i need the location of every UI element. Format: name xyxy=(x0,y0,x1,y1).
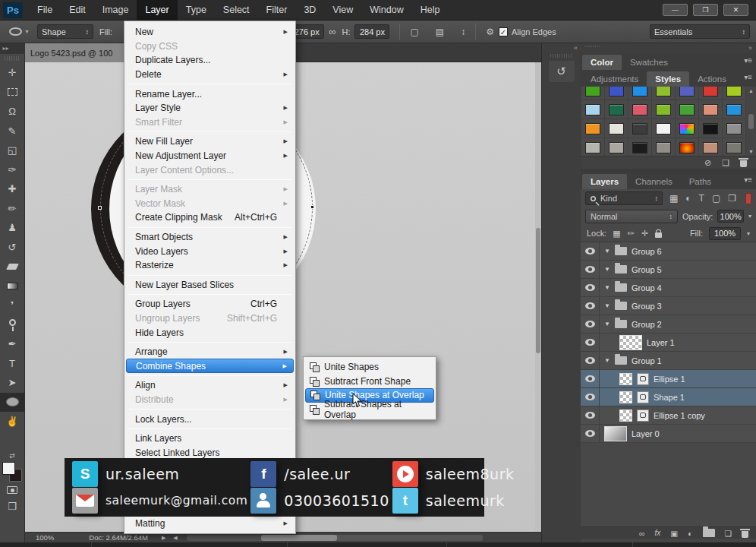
filter-smart-object-icon[interactable]: ❒ xyxy=(728,193,736,204)
style-swatch[interactable] xyxy=(628,100,652,119)
style-swatch[interactable] xyxy=(652,100,676,119)
layer-row-group-2[interactable]: ▼Group 2 xyxy=(581,315,756,334)
filter-shape-icon[interactable]: ▢ xyxy=(712,193,720,204)
expander-icon[interactable]: ▼ xyxy=(604,321,610,327)
style-swatch[interactable] xyxy=(628,119,652,138)
type-tool[interactable]: T xyxy=(0,354,25,374)
menu-item-new-adjustment-layer[interactable]: New Adjustment Layer▶ xyxy=(126,149,294,163)
dock-grip[interactable] xyxy=(550,54,573,58)
new-shape-layer-icon[interactable]: ▢ xyxy=(405,27,423,37)
menu-item-layer-style[interactable]: Layer Style▶ xyxy=(126,101,294,115)
path-anchor[interactable] xyxy=(310,205,314,209)
eye-icon[interactable] xyxy=(585,394,595,400)
crop-tool[interactable]: ◱ xyxy=(0,141,25,160)
expander-icon[interactable]: ▼ xyxy=(604,302,610,309)
lock-paint-icon[interactable]: ✏ xyxy=(628,229,635,239)
filter-adjustment-icon[interactable]: ◐ xyxy=(685,193,691,204)
tab-layers[interactable]: Layers xyxy=(582,174,627,189)
vector-mask-thumbnail[interactable] xyxy=(637,409,649,422)
menu-item-rename-layer[interactable]: Rename Layer... xyxy=(126,87,294,101)
menubar-item-select[interactable]: Select xyxy=(215,0,258,21)
menu-item-rasterize[interactable]: Rasterize▶ xyxy=(126,258,294,273)
expander-icon[interactable]: ▼ xyxy=(604,266,610,273)
style-swatch[interactable] xyxy=(676,119,699,138)
style-swatch[interactable] xyxy=(581,100,605,119)
visibility-cell[interactable] xyxy=(581,334,600,351)
dock-collapse-arrows[interactable]: » xyxy=(748,43,752,53)
layer-row-group-3[interactable]: ▼Group 3 xyxy=(581,297,756,315)
new-style-icon[interactable]: ❏ xyxy=(722,158,729,168)
style-swatch[interactable] xyxy=(676,138,699,156)
eye-icon[interactable] xyxy=(585,266,595,273)
eye-icon[interactable] xyxy=(585,302,595,309)
style-swatch[interactable] xyxy=(581,87,605,100)
visibility-cell[interactable] xyxy=(581,388,600,406)
panel-grip[interactable]: '''''''' xyxy=(584,43,601,53)
healing-brush-tool[interactable]: ✚ xyxy=(0,179,25,199)
clear-icon[interactable]: ⊘ xyxy=(704,158,711,168)
menubar-item-file[interactable]: File xyxy=(29,0,61,21)
eye-icon[interactable] xyxy=(585,375,595,382)
tab-paths[interactable]: Paths xyxy=(681,174,720,189)
tab-channels[interactable]: Channels xyxy=(627,174,681,189)
lock-transparency-icon[interactable]: ▦ xyxy=(613,229,620,239)
visibility-cell[interactable] xyxy=(581,370,600,387)
align-edges-checkbox[interactable]: ✓ xyxy=(499,27,508,36)
document-tab[interactable]: Logo 5423.psd @ 100 xyxy=(25,43,131,62)
tab-adjustments[interactable]: Adjustments xyxy=(582,71,647,87)
menu-item-hide-layers[interactable]: Hide Layers xyxy=(126,325,294,340)
layer-thumbnail[interactable] xyxy=(619,409,632,422)
menubar-item-image[interactable]: Image xyxy=(94,0,137,21)
menubar-item-view[interactable]: View xyxy=(324,0,361,21)
submenu-item-unite-shapes[interactable]: Unite Shapes xyxy=(305,360,434,375)
workspace-select[interactable]: Essentials ↕ xyxy=(650,24,750,39)
menubar-item-type[interactable]: Type xyxy=(178,0,215,21)
visibility-cell[interactable] xyxy=(581,279,600,296)
style-swatch[interactable] xyxy=(699,138,723,156)
eyedropper-tool[interactable]: ✑ xyxy=(0,160,25,180)
submenu-item-subtract-front-shape[interactable]: Subtract Front Shape xyxy=(305,375,434,389)
blur-tool[interactable]: ❜ xyxy=(0,296,25,315)
style-swatch[interactable] xyxy=(723,87,746,100)
menu-item-group-layers[interactable]: Group LayersCtrl+G xyxy=(126,297,294,311)
clone-stamp-tool[interactable]: ♟ xyxy=(0,218,25,238)
eye-icon[interactable] xyxy=(585,430,595,437)
toolbox-collapse[interactable]: ▸▸ xyxy=(0,43,25,54)
style-swatch[interactable] xyxy=(699,119,723,138)
screen-mode-button[interactable]: ❒ xyxy=(0,498,25,514)
menu-item-new[interactable]: New▶ xyxy=(126,25,294,40)
eraser-tool[interactable] xyxy=(0,257,25,277)
kind-filter-select[interactable]: Kind ↕ xyxy=(585,191,663,205)
trash-icon[interactable] xyxy=(742,531,748,538)
visibility-cell[interactable] xyxy=(581,352,600,369)
swap-colors-icon[interactable]: ⇄ xyxy=(9,452,15,460)
style-swatch[interactable] xyxy=(605,100,628,119)
menu-item-create-clipping-mask[interactable]: Create Clipping MaskAlt+Ctrl+G xyxy=(126,210,294,225)
new-layer-icon[interactable]: ❏ xyxy=(725,529,732,538)
horizontal-scrollbar[interactable] xyxy=(187,535,483,541)
tool-preset-picker[interactable]: ▼ xyxy=(9,27,30,36)
lock-all-icon[interactable] xyxy=(655,232,662,238)
brush-tool[interactable]: ✏ xyxy=(0,199,25,219)
minimize-button[interactable]: — xyxy=(663,4,688,16)
layer-row-shape-1[interactable]: Shape 1 xyxy=(581,388,756,406)
path-anchor[interactable] xyxy=(98,206,102,210)
close-button[interactable]: ✕ xyxy=(723,4,748,16)
layer-row-group-4[interactable]: ▼Group 4 xyxy=(581,279,756,297)
visibility-cell[interactable] xyxy=(581,425,600,442)
style-swatch[interactable] xyxy=(652,87,676,100)
scroll-left-arrow-icon[interactable]: ◀ xyxy=(173,535,177,541)
menubar-item-window[interactable]: Window xyxy=(361,0,411,21)
eye-icon[interactable] xyxy=(585,284,595,291)
menubar-item-layer[interactable]: Layer xyxy=(137,0,177,21)
foreground-color-swatch[interactable] xyxy=(2,462,15,475)
expander-icon[interactable]: ▼ xyxy=(604,357,610,364)
zoom-tool[interactable] xyxy=(0,432,25,451)
menu-item-matting[interactable]: Matting▶ xyxy=(126,516,294,530)
opacity-field[interactable]: 100% xyxy=(717,210,744,223)
history-panel-icon[interactable]: ↺ xyxy=(549,61,575,82)
adjustment-icon[interactable]: ◐ xyxy=(688,529,692,538)
link-icon[interactable]: ∞ xyxy=(639,529,645,538)
submenu-item-subtract-shapes-at-overlap[interactable]: Subtract Shapes at Overlap xyxy=(305,403,434,417)
style-swatch[interactable] xyxy=(628,138,652,156)
